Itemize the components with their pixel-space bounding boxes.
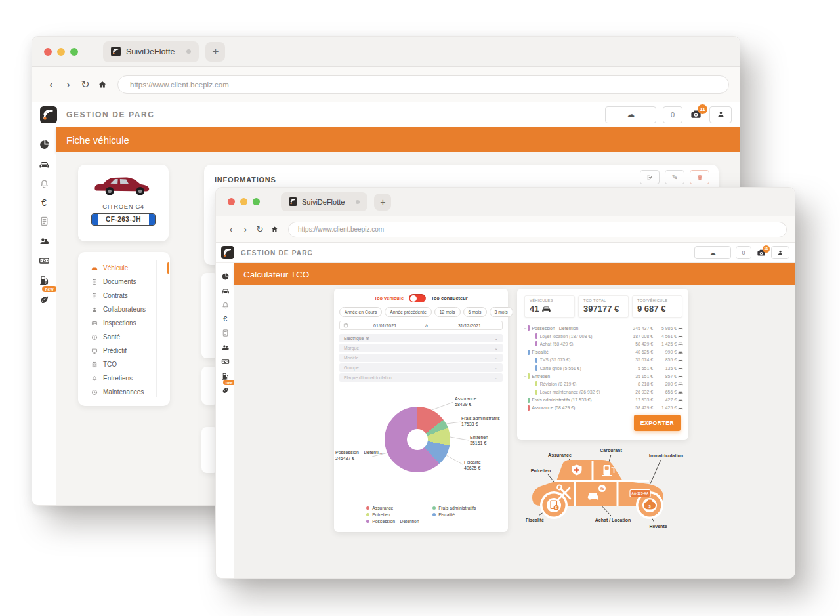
row-total: 17 533 € <box>619 398 653 402</box>
tco-row-entretien[interactable]: −Entretien35 151 €857 € <box>522 372 683 380</box>
forward-button[interactable]: › <box>238 222 253 237</box>
file-icon[interactable] <box>221 329 230 337</box>
cloud-sync-button[interactable]: ☁ <box>605 106 656 123</box>
minimize-window-button[interactable] <box>240 198 247 205</box>
period-button-6-mois[interactable]: 6 mois <box>463 307 487 317</box>
fuel-icon[interactable]: new <box>39 275 50 286</box>
collapse-icon[interactable]: − <box>522 350 528 354</box>
account-button[interactable] <box>771 246 789 259</box>
euro-icon[interactable]: € <box>41 198 47 207</box>
users-icon[interactable] <box>39 236 50 247</box>
toggle-knob <box>410 295 417 302</box>
camera-button[interactable]: 11 <box>689 108 703 121</box>
app-header: GESTION DE PARC ☁ 0 11 <box>32 102 740 127</box>
account-button[interactable] <box>709 106 732 123</box>
back-button[interactable]: ‹ <box>43 76 60 93</box>
back-button[interactable]: ‹ <box>224 222 238 237</box>
tco-mode-toggle[interactable] <box>409 294 426 302</box>
filter-electrique[interactable]: Electrique⊗⌄ <box>339 334 503 342</box>
tab-close-icon[interactable] <box>186 49 191 54</box>
collapse-icon[interactable]: − <box>522 374 528 379</box>
tco-row-revision-8-219[interactable]: Révision (8 219 €)8 218 €200 € <box>522 380 683 388</box>
filter-marque[interactable]: Marque⌄ <box>339 344 503 352</box>
reload-button[interactable]: ↻ <box>253 222 267 237</box>
infographic-label: Fiscalité <box>526 518 544 522</box>
page-title: Fiche véhicule <box>66 134 129 146</box>
cloud-sync-button[interactable]: ☁ <box>694 246 731 259</box>
tco-row-tvs-35-075[interactable]: TVS (35 075 €)35 074 €855 € <box>522 356 683 364</box>
reload-button[interactable]: ↻ <box>77 76 94 93</box>
car-icon[interactable] <box>39 159 50 170</box>
date-range-input[interactable]: 01/01/2021 à 31/12/2021 <box>339 321 503 330</box>
menu-item-maintenances[interactable]: Maintenances <box>91 385 170 399</box>
url-bar[interactable]: https://www.client.beepiz.com <box>117 75 729 94</box>
browser-tab[interactable]: SuiviDeFlotte <box>281 192 368 211</box>
new-tab-button[interactable]: + <box>374 194 391 211</box>
edit-button[interactable]: ✎ <box>665 170 684 184</box>
menu-item-collaborateurs[interactable]: Collaborateurs <box>91 302 170 316</box>
fuel-icon[interactable]: new <box>221 372 230 380</box>
category-color-bar <box>528 373 530 379</box>
exporter-button[interactable]: EXPORTER <box>634 415 681 431</box>
tco-row-assurance-58-429[interactable]: Assurance (58 429 €)58 429 €1 425 € <box>522 404 683 412</box>
tco-row-achat-58-429[interactable]: Achat (58 429 €)58 429 €1 425 € <box>522 340 683 348</box>
home-button[interactable] <box>267 222 282 237</box>
period-button-annee-en-cours[interactable]: Année en Cours <box>339 307 382 317</box>
tco-row-frais-administratifs-17-533[interactable]: Frais administratifs (17 533 €)17 533 €4… <box>522 396 683 404</box>
file-icon[interactable] <box>39 216 50 227</box>
euro-icon[interactable]: € <box>223 316 227 323</box>
tco-row-carte-grise-5-551[interactable]: Carte grise (5 551 €)5 551 €135 € <box>522 364 683 372</box>
bell-icon[interactable] <box>221 301 230 310</box>
filter-plaque-d-immatriculation[interactable]: Plaque d'immatriculation⌄ <box>339 373 503 382</box>
filter-modele[interactable]: Modèle⌄ <box>339 354 503 362</box>
menu-item-sante[interactable]: Santé <box>91 330 170 344</box>
maximize-window-button[interactable] <box>70 48 78 56</box>
new-tab-button[interactable]: + <box>205 42 225 62</box>
close-window-button[interactable] <box>44 48 52 56</box>
menu-item-contrats[interactable]: Contrats <box>91 289 170 302</box>
menu-item-tco[interactable]: TCO <box>91 358 170 371</box>
counter-button[interactable]: 0 <box>736 246 751 259</box>
browser-toolbar: ‹ › ↻ https://www.client.beepiz.com <box>216 216 795 243</box>
collapse-icon[interactable]: − <box>522 326 528 331</box>
menu-item-inspections[interactable]: Inspections <box>91 316 170 330</box>
url-text: https://www.client.beepiz.com <box>130 81 229 89</box>
row-per-vehicle: 1 425 € <box>653 405 683 411</box>
tab-close-icon[interactable] <box>356 200 360 204</box>
url-bar[interactable]: https://www.client.beepiz.com <box>288 222 787 237</box>
menu-item-predictif[interactable]: Prédictif <box>91 344 170 358</box>
period-button-12-mois[interactable]: 12 mois <box>434 307 461 317</box>
tco-row-loyer-maintenance-26-932[interactable]: Loyer maintenance (26 932 €)26 932 €656 … <box>522 388 683 396</box>
delete-button[interactable] <box>690 170 709 184</box>
car-icon[interactable] <box>221 287 230 295</box>
forward-button[interactable]: › <box>60 76 77 93</box>
tco-row-fiscalite[interactable]: −Fiscalité40 625 €990 € <box>522 348 683 356</box>
menu-item-documents[interactable]: Documents <box>91 275 170 289</box>
filter-groupe[interactable]: Groupe⌄ <box>339 363 503 372</box>
leaf-icon[interactable] <box>221 386 230 395</box>
pie-icon[interactable] <box>221 272 230 281</box>
leaf-icon[interactable] <box>39 295 50 306</box>
counter-button[interactable]: 0 <box>663 106 682 123</box>
menu-item-vehicule[interactable]: Véhicule <box>91 261 170 275</box>
bell-icon[interactable] <box>39 178 50 190</box>
row-per-vehicle: 855 € <box>653 358 683 363</box>
sidebar-icon-rail: €new <box>216 263 234 579</box>
banknote-icon[interactable] <box>221 358 230 366</box>
tco-row-possession-detention[interactable]: −Possession - Détention245 437 €5 986 € <box>522 324 683 332</box>
browser-tab[interactable]: SuiviDeFlotte <box>103 41 199 62</box>
period-button-3-mois[interactable]: 3 mois <box>490 307 513 317</box>
period-button-annee-precedente[interactable]: Année précédente <box>385 307 432 317</box>
banknote-icon[interactable] <box>39 255 50 266</box>
pie-icon[interactable] <box>39 139 50 150</box>
camera-button[interactable]: 11 <box>756 248 766 258</box>
maximize-window-button[interactable] <box>253 198 260 205</box>
remove-chip-icon[interactable]: ⊗ <box>366 336 369 341</box>
menu-item-entretiens[interactable]: Entretiens <box>91 371 170 385</box>
users-icon[interactable] <box>221 343 230 352</box>
home-button[interactable] <box>94 76 111 93</box>
minimize-window-button[interactable] <box>57 48 65 56</box>
tco-row-loyer-location-187-008[interactable]: Loyer location (187 008 €)187 008 €4 561… <box>522 332 683 340</box>
close-window-button[interactable] <box>228 198 235 205</box>
export-button[interactable] <box>640 170 660 184</box>
